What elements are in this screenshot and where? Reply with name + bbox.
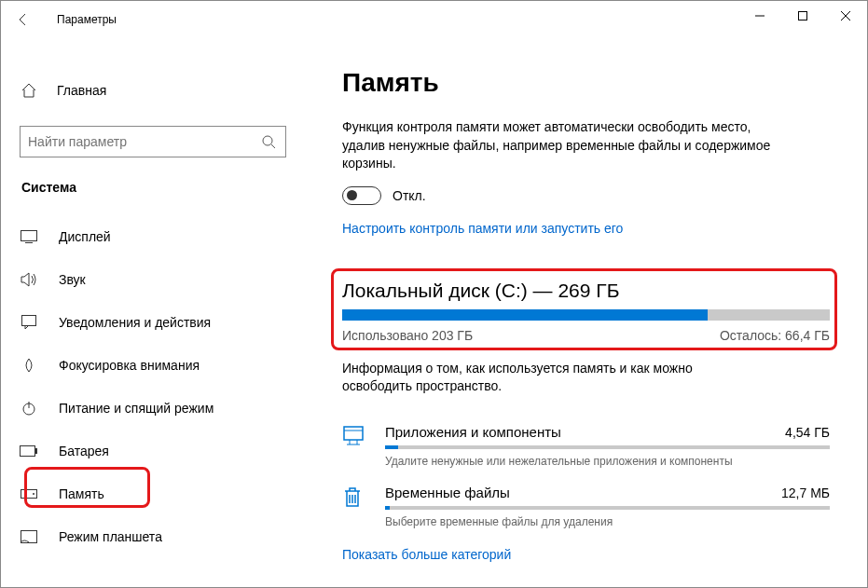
sidebar-item-power[interactable]: Питание и спящий режим [1,387,309,430]
tablet-icon [20,530,38,543]
section-label: Система [20,180,286,195]
category-bar [385,506,830,510]
show-more-categories-link[interactable]: Показать больше категорий [342,547,511,562]
sidebar-item-label: Память [59,486,104,501]
sidebar-item-label: Дисплей [59,229,111,244]
svg-rect-11 [21,446,35,457]
svg-rect-16 [344,427,363,440]
sidebar-item-sound[interactable]: Звук [1,258,309,301]
svg-rect-1 [799,12,807,21]
battery-icon [20,445,38,457]
search-icon [259,134,278,149]
category-name: Приложения и компоненты [385,424,561,440]
sidebar-item-display[interactable]: Дисплей [1,215,309,258]
category-temp[interactable]: Временные файлы 12,7 МБ Выберите временн… [342,473,830,534]
sidebar-item-focus[interactable]: Фокусировка внимания [1,344,309,387]
sidebar-item-storage[interactable]: Память [1,472,309,515]
display-icon [20,230,38,243]
category-subtitle: Выберите временные файлы для удаления [385,515,830,528]
category-name: Временные файлы [385,485,510,500]
sidebar-item-tablet[interactable]: Режим планшета [1,515,309,558]
category-bar [385,445,830,449]
back-button[interactable] [8,5,38,34]
minimize-button[interactable] [738,1,781,31]
home-link[interactable]: Главная [20,72,286,109]
sidebar-item-label: Питание и спящий режим [59,401,214,416]
storage-sense-description: Функция контроля памяти может автоматиче… [342,118,780,173]
sidebar-item-label: Режим планшета [59,529,162,544]
disk-info-text: Информация о том, как используется памят… [342,360,762,396]
search-box[interactable] [20,126,286,157]
search-input[interactable] [28,134,259,149]
sidebar-item-label: Звук [59,272,86,287]
sidebar-item-notifications[interactable]: Уведомления и действия [1,301,309,344]
sidebar-item-label: Батарея [59,444,109,458]
svg-rect-6 [21,231,37,241]
home-icon [20,82,38,99]
close-button[interactable] [824,1,867,31]
window-title: Параметры [57,13,117,26]
configure-storage-sense-link[interactable]: Настроить контроль памяти или запустить … [342,221,623,236]
category-size: 4,54 ГБ [785,425,830,440]
sound-icon [20,272,38,287]
svg-rect-12 [35,448,37,454]
disk-usage-bar [342,309,830,321]
maximize-button[interactable] [781,1,824,31]
home-label: Главная [57,83,106,98]
page-title: Память [342,68,830,98]
toggle-label: Откл. [393,188,426,203]
sidebar-item-battery[interactable]: Батарея [1,430,309,472]
power-icon [20,401,38,416]
svg-line-5 [271,144,275,148]
storage-icon [20,489,38,499]
sidebar-item-label: Уведомления и действия [59,315,211,330]
svg-point-14 [33,493,34,495]
sidebar-item-label: Фокусировка внимания [59,358,200,373]
svg-point-4 [263,136,272,145]
svg-rect-8 [22,316,36,326]
category-size: 12,7 МБ [781,485,830,500]
storage-sense-toggle[interactable] [342,186,381,205]
category-subtitle: Удалите ненужные или нежелательные прило… [385,455,830,468]
trash-icon [342,486,366,509]
apps-icon [342,426,366,446]
category-apps[interactable]: Приложения и компоненты 4,54 ГБ Удалите … [342,413,830,473]
notifications-icon [20,315,38,330]
focus-icon [20,358,38,373]
